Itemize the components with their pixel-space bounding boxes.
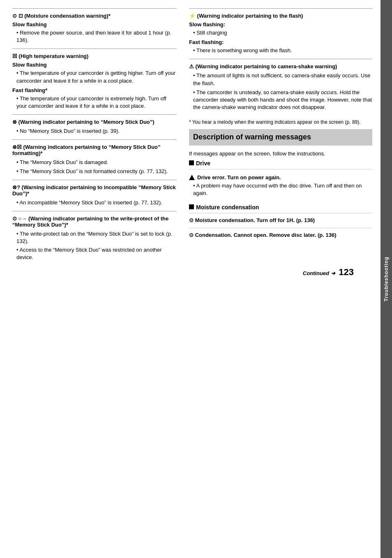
sidebar-tab: Troubleshooting [380, 0, 392, 558]
slow-flashing-label-1: Slow flashing [12, 21, 177, 28]
camera-shake-bullet-2: The camcorder is unsteady, so camera-sha… [189, 89, 372, 111]
moisture-condensation-title: ⊙ ⊡ (Moisture condensation warning)* [12, 13, 177, 19]
incompatible-title: ⊗? (Warning indicator pertaining to inco… [12, 184, 177, 197]
write-protect-bullet-1: The write-protect tab on the “Memory Sti… [12, 230, 177, 245]
write-protect-section: ⊙ ○→ (Warning indicator pertaining to th… [12, 211, 177, 266]
drive-icon [189, 160, 194, 165]
page-number: 123 [339, 267, 354, 277]
write-protect-bullet-2: Access to the “Memory Stick Duo” was res… [12, 246, 177, 261]
flash-fast-bullet: There is something wrong with the flash. [189, 47, 372, 54]
drive-error-icon [189, 175, 195, 180]
sidebar-label: Troubleshooting [383, 257, 389, 301]
format-bullet-1: The “Memory Stick Duo” is damaged. [12, 159, 177, 166]
format-bullet-2: The “Memory Stick Duo” is not formatted … [12, 168, 177, 175]
camera-shake-section: ⚠ (Warning indicator pertaining to camer… [189, 59, 372, 116]
left-column: ⊙ ⊡ (Moisture condensation warning)* Slo… [12, 8, 185, 550]
high-temp-title: ☒ (High temperature warning) [12, 53, 177, 59]
fast-flashing-label-flash: Fast flashing: [189, 39, 372, 45]
drive-error-section: Drive error. Turn on power again. A prob… [189, 169, 372, 201]
incompatible-bullet: An incompatible “Memory Stick Duo” is in… [12, 199, 177, 206]
description-box-title: Description of warning messages [193, 132, 368, 142]
moisture-condensation-section: ⊙ ⊡ (Moisture condensation warning)* Slo… [12, 8, 177, 49]
moisture-icon [189, 204, 194, 209]
camera-shake-title: ⚠ (Warning indicator pertaining to camer… [189, 63, 372, 69]
description-body: If messages appear on the screen, follow… [189, 150, 372, 158]
drive-error-title: Drive error. Turn on power again. [189, 174, 372, 181]
memory-stick-section: ⊗ (Warning indicator pertaining to “Memo… [12, 114, 177, 139]
incompatible-section: ⊗? (Warning indicator pertaining to inco… [12, 180, 177, 211]
drive-section-title: Drive [189, 160, 372, 167]
continued-text: Continued ➜ [303, 270, 335, 276]
right-column: ⚡ (Warning indicator pertaining to the f… [185, 8, 372, 550]
memory-stick-format-title: ⊗☒ (Warning indicators pertaining to “Me… [12, 144, 177, 156]
footnote: * You hear a melody when the warning ind… [189, 119, 372, 126]
high-temp-section: ☒ (High temperature warning) Slow flashi… [12, 49, 177, 114]
moisture-section-title: Moisture condensation [189, 204, 372, 211]
memory-stick-format-section: ⊗☒ (Warning indicators pertaining to “Me… [12, 139, 177, 179]
moisture-entry-2-text: ⊙ Condensation. Cannot open. Remove disc… [189, 232, 372, 239]
fast-flashing-label-1: Fast flashing* [12, 87, 177, 93]
drive-error-bullet: A problem may have occurred with the dis… [189, 182, 372, 197]
high-temp-fast-bullet: The temperature of your camcorder is ext… [12, 95, 177, 110]
high-temp-slow-bullet: The temperature of your camcorder is get… [12, 69, 177, 84]
moisture-bullet-1: Remove the power source, and then leave … [12, 29, 177, 44]
moisture-entry-1-text: ⊙ Moisture condensation. Turn off for 1H… [189, 217, 372, 224]
slow-flashing-label-2: Slow flashing [12, 62, 177, 68]
flash-title: ⚡ (Warning indicator pertaining to the f… [189, 13, 372, 19]
moisture-entry-2: ⊙ Condensation. Cannot open. Remove disc… [189, 228, 372, 242]
memory-stick-bullet: No “Memory Stick Duo” is inserted (p. 39… [12, 127, 177, 135]
write-protect-title: ⊙ ○→ (Warning indicator pertaining to th… [12, 215, 177, 228]
footer-wrapper: Continued ➜ 123 [189, 242, 372, 284]
moisture-entry-1: ⊙ Moisture condensation. Turn off for 1H… [189, 213, 372, 227]
flash-section: ⚡ (Warning indicator pertaining to the f… [189, 8, 372, 59]
slow-flashing-label-flash: Slow flashing: [189, 21, 372, 28]
memory-stick-title: ⊗ (Warning indicator pertaining to “Memo… [12, 119, 177, 125]
main-content: ⊙ ⊡ (Moisture condensation warning)* Slo… [0, 0, 380, 558]
camera-shake-bullet-1: The amount of lights is not sufficient, … [189, 72, 372, 87]
flash-slow-bullet: Still charging [189, 29, 372, 37]
page: ⊙ ⊡ (Moisture condensation warning)* Slo… [0, 0, 392, 558]
description-box: Description of warning messages [189, 129, 372, 145]
